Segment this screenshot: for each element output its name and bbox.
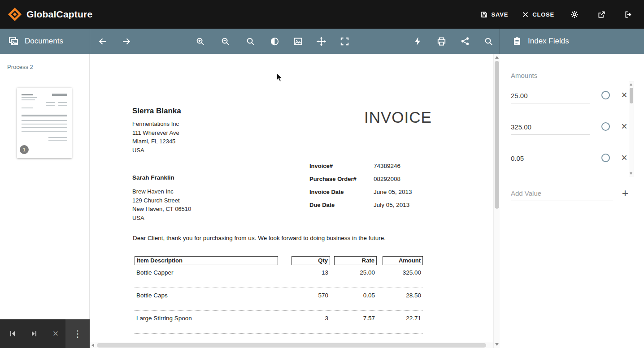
field-group-label: Amounts [511, 72, 537, 79]
print-button[interactable] [433, 33, 449, 49]
thumb-line [58, 105, 67, 106]
sign-out-button[interactable] [621, 7, 636, 22]
viewer-horizontal-scrollbar[interactable] [90, 342, 493, 348]
select-value-radio[interactable] [601, 91, 610, 99]
pages-sidebar: Process 2 1 × [0, 54, 90, 348]
thumb-line [22, 131, 67, 132]
invoice-to-line: Brew Haven Inc [132, 187, 191, 196]
nav-forward-button[interactable] [118, 33, 134, 49]
index-value-input[interactable] [511, 120, 590, 135]
meta-label: Purchase Order# [309, 176, 374, 182]
cell-rate: 0.05 [334, 292, 377, 310]
documents-icon [8, 36, 19, 47]
thumb-line [46, 102, 55, 103]
save-button[interactable]: SAVE [479, 8, 509, 21]
process-button[interactable] [410, 33, 426, 49]
meta-label: Invoice Date [309, 189, 374, 195]
mouse-cursor [276, 73, 284, 83]
col-header: Rate [334, 256, 377, 265]
invoice-from-line: USA [132, 146, 181, 155]
globalcapture-logo [7, 7, 22, 22]
thumb-line [22, 120, 67, 121]
settings-button[interactable] [567, 7, 582, 22]
pages-footer-toolbar: × ⋮ [0, 319, 90, 348]
table-row: Large Stirring Spoon 3 7.57 22.71 [135, 311, 423, 334]
invoice-from-block: Sierra Blanka Fermentations Inc 111 Wher… [132, 107, 181, 155]
thumb-line [22, 97, 37, 98]
topbar: GlobalCapture SAVE CLOSE [0, 0, 644, 29]
thumb-line [48, 140, 67, 141]
index-value-row: × [511, 120, 590, 135]
first-page-button[interactable] [3, 319, 22, 348]
cell-amount: 325.00 [383, 269, 423, 288]
index-value-row: × [511, 151, 590, 167]
open-in-new-button[interactable] [594, 7, 609, 22]
add-value-input[interactable] [511, 186, 613, 201]
invoice-title: INVOICE [364, 108, 500, 126]
thumb-line [22, 107, 33, 108]
save-label: SAVE [492, 11, 509, 18]
invoice-from-name: Sierra Blanka [132, 107, 181, 116]
col-header: Amount [383, 256, 423, 265]
invoice-to-line: USA [132, 214, 191, 223]
cell-amount: 22.71 [383, 315, 423, 333]
scrollbar-thumb[interactable] [630, 88, 633, 103]
scrollbar-thumb[interactable] [97, 343, 486, 348]
thumb-line [46, 105, 55, 106]
pan-button[interactable] [313, 33, 329, 49]
document-toolbar [90, 29, 500, 54]
invoice-meta: Invoice#74389246 Purchase Order#08292008… [309, 159, 412, 211]
close-button[interactable]: CLOSE [521, 8, 555, 21]
index-value-input[interactable] [511, 89, 590, 103]
fullscreen-button[interactable] [336, 33, 352, 49]
add-value-button[interactable]: + [618, 186, 632, 200]
page-number-badge: 1 [20, 145, 29, 154]
thumb-line [22, 94, 33, 95]
thumb-line [22, 127, 67, 128]
viewer-vertical-scrollbar[interactable] [493, 54, 500, 348]
panel-scrollbar[interactable] [629, 82, 634, 176]
cell-rate: 7.57 [334, 315, 377, 333]
scrollbar-thumb[interactable] [495, 61, 499, 209]
last-page-button[interactable] [24, 319, 44, 348]
open-in-new-icon [597, 10, 606, 19]
invoice-from-line: Miami, FL 12345 [132, 137, 181, 146]
close-icon [522, 11, 529, 18]
meta-label: Due Date [309, 202, 374, 208]
process-label: Process 2 [7, 64, 33, 70]
select-value-radio[interactable] [601, 154, 610, 162]
invoice-to-line: 129 Church Street [132, 196, 191, 205]
page-thumbnail[interactable]: 1 [17, 88, 72, 158]
zoom-out-button[interactable] [217, 33, 233, 49]
index-value-input[interactable] [511, 151, 590, 166]
rotate-icon[interactable] [266, 33, 283, 49]
zoom-in-button[interactable] [192, 33, 208, 49]
index-fields-label: Index Fields [528, 37, 569, 46]
table-header-row: Item Description Qty Rate Amount [135, 256, 423, 265]
invoice-to-line: New Haven, CT 06510 [132, 205, 191, 214]
zoom-fit-button[interactable] [242, 33, 258, 49]
invoice-to-name: Sarah Franklin [132, 174, 191, 181]
brand-name: GlobalCapture [26, 9, 92, 20]
table-row: Bottle Capper 13 25.00 325.00 [135, 265, 423, 288]
thumb-line [22, 99, 35, 100]
documents-label: Documents [25, 37, 63, 46]
cell-qty: 570 [292, 292, 330, 310]
select-value-radio[interactable] [601, 122, 610, 131]
index-fields-icon [512, 36, 522, 46]
meta-label: Invoice# [309, 163, 374, 169]
image-view-button[interactable] [290, 33, 306, 49]
cell-qty: 3 [292, 315, 330, 333]
delete-page-button[interactable]: × [46, 319, 65, 348]
share-button[interactable] [457, 33, 473, 49]
more-options-button[interactable]: ⋮ [65, 319, 90, 348]
cell-amount: 28.50 [383, 292, 423, 310]
col-header: Item Description [135, 256, 278, 265]
documents-header: Documents [0, 29, 90, 54]
thumb-line [52, 94, 67, 96]
meta-value: July 05, 2013 [374, 202, 409, 208]
toolbar: Documents [0, 29, 644, 54]
nav-back-button[interactable] [95, 33, 111, 49]
cell-description: Large Stirring Spoon [135, 315, 278, 333]
search-button[interactable] [480, 33, 496, 49]
